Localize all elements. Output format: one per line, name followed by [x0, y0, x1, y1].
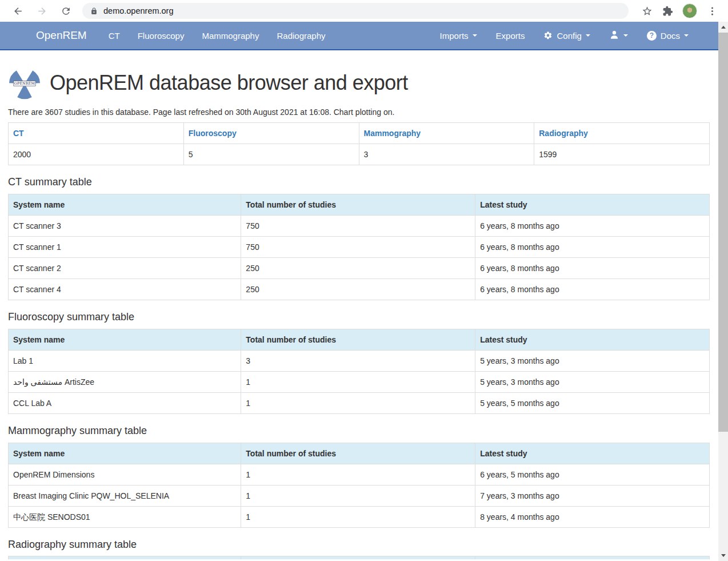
scrollbar-down-arrow[interactable] — [718, 551, 728, 560]
chrome-right-controls — [637, 3, 722, 18]
navbar-left-links: CT Fluoroscopy Mammography Radiography — [109, 31, 326, 41]
profile-avatar[interactable] — [682, 3, 697, 18]
table-row: CCL Lab A 1 5 years, 5 months ago — [9, 393, 710, 414]
lock-icon — [90, 7, 98, 15]
system-name-cell: CCL Lab A — [9, 393, 241, 414]
latest-study-cell: 5 years, 3 months ago — [475, 351, 710, 372]
modality-counts-table: CT Fluoroscopy Mammography Radiography 2… — [8, 122, 710, 165]
table-row: 中心医院 SENODS01 1 8 years, 4 months ago — [9, 507, 710, 528]
nav-item-radiography[interactable]: Radiography — [277, 31, 325, 41]
navbar-brand[interactable]: OpenREM — [36, 29, 87, 42]
column-system-name: System name — [9, 443, 241, 464]
system-name-cell: OpenREM Dimensions — [9, 464, 241, 486]
study-count-cell: 3 — [241, 351, 475, 372]
nav-dropdown-imports[interactable]: Imports — [440, 31, 477, 41]
system-name-cell: CT scanner 4 — [9, 279, 241, 300]
browser-menu-dots-icon[interactable] — [706, 5, 718, 17]
app-navbar: OpenREM CT Fluoroscopy Mammography Radio… — [0, 22, 718, 50]
study-count-cell: 1 — [241, 393, 475, 414]
nav-dropdown-user[interactable] — [609, 30, 628, 42]
back-icon[interactable] — [12, 5, 23, 17]
mammography-count: 3 — [359, 144, 534, 165]
docs-label: Docs — [661, 31, 680, 41]
latest-study-cell: 6 years, 8 months ago — [475, 216, 710, 237]
study-count-cell: 250 — [241, 258, 475, 279]
address-bar[interactable]: demo.openrem.org — [82, 3, 629, 19]
study-count-cell: 1 — [241, 507, 475, 528]
browser-toolbar: demo.openrem.org — [0, 0, 728, 22]
table-row: OpenREM Dimensions 1 6 years, 5 months a… — [9, 464, 710, 486]
column-total-studies — [241, 556, 475, 560]
fluoroscopy-count: 5 — [183, 144, 359, 165]
study-count-cell: 250 — [241, 279, 475, 300]
latest-study-cell: 6 years, 8 months ago — [475, 237, 710, 258]
caret-down-icon — [473, 34, 477, 37]
modality-link-radiography[interactable]: Radiography — [534, 123, 710, 144]
latest-study-cell: 7 years, 3 months ago — [475, 486, 710, 507]
mammography-summary-heading: Mammography summary table — [8, 425, 710, 437]
table-header-row — [9, 556, 710, 560]
gear-icon — [543, 31, 553, 40]
table-row: CT scanner 3 750 6 years, 8 months ago — [9, 216, 710, 237]
latest-study-cell: 5 years, 3 months ago — [475, 372, 710, 393]
imports-label: Imports — [440, 31, 469, 41]
column-latest-study — [475, 556, 710, 560]
vertical-scrollbar[interactable] — [718, 22, 728, 561]
latest-study-cell: 5 years, 5 months ago — [475, 393, 710, 414]
caret-down-icon — [623, 34, 628, 37]
reload-icon[interactable] — [60, 5, 71, 17]
column-total-studies: Total number of studies — [241, 194, 475, 216]
nav-item-ct[interactable]: CT — [109, 31, 120, 41]
table-row: CT scanner 2 250 6 years, 8 months ago — [9, 258, 710, 279]
page-title: OpenREM database browser and export — [50, 71, 408, 95]
caret-down-icon — [586, 34, 590, 37]
url-text[interactable]: demo.openrem.org — [103, 6, 174, 15]
openrem-trefoil-logo: OPENREM — [8, 66, 41, 100]
navbar-right-links: Imports Exports Config ? Docs — [440, 30, 689, 42]
modality-link-ct[interactable]: CT — [9, 123, 184, 144]
main-content: OPENREM OpenREM database browser and exp… — [0, 66, 718, 559]
forward-icon[interactable] — [36, 5, 47, 17]
column-system-name: System name — [9, 194, 241, 216]
modality-link-mammography[interactable]: Mammography — [359, 123, 534, 144]
table-header-row: System name Total number of studies Late… — [9, 329, 710, 351]
system-name-cell: Breast Imaging Clinic PQW_HOL_SELENIA — [9, 486, 241, 507]
column-system-name: System name — [9, 329, 241, 351]
column-system-name — [9, 556, 241, 560]
table-row: Lab 1 3 5 years, 3 months ago — [9, 351, 710, 372]
scrollbar-up-arrow[interactable] — [718, 22, 728, 32]
table-header-row: CT Fluoroscopy Mammography Radiography — [9, 123, 710, 144]
system-name-cell: Lab 1 — [9, 351, 241, 372]
modality-link-fluoroscopy[interactable]: Fluoroscopy — [183, 123, 359, 144]
scrollbar-thumb[interactable] — [718, 33, 728, 432]
column-total-studies: Total number of studies — [241, 329, 475, 351]
system-name-cell: CT scanner 2 — [9, 258, 241, 279]
nav-dropdown-docs[interactable]: ? Docs — [647, 31, 689, 41]
ct-summary-table: System name Total number of studies Late… — [8, 194, 710, 300]
system-name-cell: CT scanner 3 — [9, 216, 241, 237]
nav-item-mammography[interactable]: Mammography — [202, 31, 259, 41]
fluoroscopy-summary-table: System name Total number of studies Late… — [8, 329, 710, 414]
caret-down-icon — [684, 34, 689, 37]
ct-summary-heading: CT summary table — [8, 176, 710, 188]
radiography-summary-heading: Radiography summary table — [8, 539, 710, 551]
page-header: OPENREM OpenREM database browser and exp… — [8, 66, 710, 100]
study-count-cell: 750 — [241, 216, 475, 237]
latest-study-cell: 6 years, 5 months ago — [475, 464, 710, 486]
column-latest-study: Latest study — [475, 443, 710, 464]
latest-study-cell: 6 years, 8 months ago — [475, 258, 710, 279]
bookmark-star-icon[interactable] — [641, 5, 653, 17]
table-row: CT scanner 4 250 6 years, 8 months ago — [9, 279, 710, 300]
nav-dropdown-config[interactable]: Config — [543, 31, 590, 41]
table-row: Breast Imaging Clinic PQW_HOL_SELENIA 1 … — [9, 486, 710, 507]
radiography-count: 1599 — [534, 144, 710, 165]
study-count-cell: 1 — [241, 372, 475, 393]
system-name-cell: 中心医院 SENODS01 — [9, 507, 241, 528]
table-row: CT scanner 1 750 6 years, 8 months ago — [9, 237, 710, 258]
latest-study-cell: 8 years, 4 months ago — [475, 507, 710, 528]
config-label: Config — [557, 31, 581, 41]
extensions-puzzle-icon[interactable] — [662, 5, 673, 17]
nav-item-exports[interactable]: Exports — [496, 31, 525, 41]
nav-item-fluoroscopy[interactable]: Fluoroscopy — [138, 31, 185, 41]
system-name-cell: CT scanner 1 — [9, 237, 241, 258]
